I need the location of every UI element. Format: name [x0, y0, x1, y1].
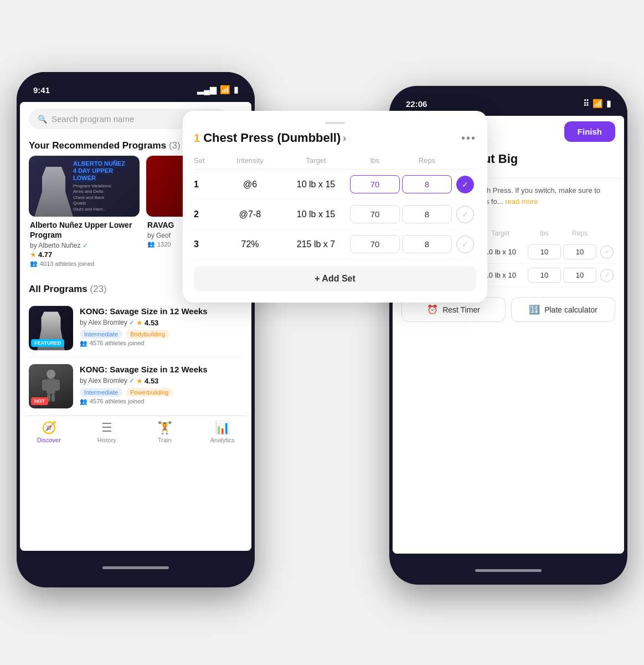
exercise-title-left: 1 Chest Press (Dumbbell) › — [194, 131, 346, 145]
home-indicator-right — [475, 569, 542, 572]
set-check-2[interactable]: ✓ — [456, 206, 474, 223]
prog-tags-2: Intermediate Powerbuilding — [80, 388, 243, 397]
program-list-item-2[interactable]: HOT KONG: Savage Size in 12 Weeks by Ale… — [29, 357, 243, 416]
drag-handle[interactable] — [325, 122, 345, 124]
tab-analytics[interactable]: 📊 Analytics — [194, 421, 252, 443]
set-reps-input-2[interactable]: 8 — [402, 205, 452, 223]
lower-col-lbs: lbs — [528, 229, 561, 237]
lower-lbs-2[interactable]: 10 — [528, 268, 561, 283]
signal-icon: ▂▄▆ — [197, 85, 217, 95]
hot-badge: HOT — [31, 397, 48, 405]
col-intensity: Intensity — [218, 156, 282, 165]
exercise-arrow-icon: › — [343, 132, 346, 144]
checkmark-icon-1: ✓ — [462, 180, 468, 189]
battery-icon: ▮ — [234, 85, 238, 95]
exercise-title-row: 1 Chest Press (Dumbbell) › ••• — [194, 131, 476, 145]
lower-check-2[interactable]: ✓ — [600, 269, 614, 282]
rec-card-1[interactable]: ALBERTO NUÑEZ4 DAY UPPER LOWER Program V… — [29, 156, 140, 270]
set-row-1: 1 @6 10 lb x 15 70 8 ✓ — [194, 170, 476, 200]
svg-point-0 — [47, 370, 55, 378]
set-lbs-input-3[interactable]: 70 — [350, 235, 400, 253]
prog-author-2: by Alex Bromley ✓ ★ 4.53 — [80, 377, 243, 385]
rec-card-1-rating: ★ 4.77 — [30, 250, 138, 259]
star-icon-prog1: ★ — [136, 319, 143, 327]
svg-rect-2 — [42, 380, 48, 391]
set-check-3[interactable]: ✓ — [456, 236, 474, 253]
finish-button[interactable]: Finish — [564, 121, 615, 142]
set-check-1[interactable]: ✓ — [456, 176, 474, 193]
tab-discover[interactable]: 🧭 Discover — [20, 421, 78, 443]
exercise-num: 1 — [194, 132, 200, 145]
tag-bodybuilding: Bodybuilding — [126, 330, 169, 339]
set-reps-input-3[interactable]: 8 — [402, 235, 452, 253]
star-icon-1: ★ — [30, 250, 37, 259]
rec-card-1-figure — [34, 167, 73, 217]
prog-tags-1: Intermediate Bodybuilding — [80, 330, 243, 339]
tag-powerbuilding: Powerbuilding — [126, 388, 173, 397]
set-reps-input-1[interactable]: 8 — [402, 175, 452, 193]
add-set-button[interactable]: + Add Set — [194, 266, 476, 291]
prog-athletes-2: 👥 4576 athletes joined — [80, 398, 243, 405]
lower-check-icon-1: ✓ — [605, 248, 610, 255]
svg-rect-5 — [51, 394, 55, 402]
prog-info-2: KONG: Savage Size in 12 Weeks by Alex Br… — [80, 364, 243, 408]
lower-reps-2[interactable]: 10 — [563, 268, 596, 283]
col-reps: Reps — [402, 156, 452, 165]
prog-info-1: KONG: Savage Size in 12 Weeks by Alex Br… — [80, 306, 243, 350]
rec-card-1-info: Alberto Nuñez Upper Lower Program by Alb… — [29, 217, 140, 270]
sets-table: Set Intensity Target lbs Reps 1 @6 10 lb… — [194, 154, 476, 259]
svg-rect-1 — [47, 378, 55, 394]
time-right: 22:06 — [406, 99, 427, 109]
svg-rect-3 — [54, 380, 60, 391]
set-target-2: 10 lb x 15 — [284, 209, 348, 219]
tab-history[interactable]: ☰ History — [78, 421, 136, 443]
floating-exercise-card: 1 Chest Press (Dumbbell) › ••• Set Inten… — [183, 111, 487, 303]
lower-check-1[interactable]: ✓ — [600, 245, 614, 259]
time-left: 9:41 — [33, 85, 50, 95]
athletes-icon-2: 👥 — [147, 241, 155, 248]
lower-lbs-1[interactable]: 10 — [528, 244, 561, 259]
lower-check-icon-2: ✓ — [605, 272, 610, 279]
rec-card-1-title: ALBERTO NUÑEZ4 DAY UPPER LOWER — [73, 160, 137, 182]
discover-icon: 🧭 — [42, 421, 56, 435]
all-programs-list: FEATURED KONG: Savage Size in 12 Weeks b… — [20, 299, 251, 416]
search-icon: 🔍 — [38, 115, 47, 124]
set-num-1: 1 — [194, 180, 216, 190]
star-icon-prog2: ★ — [136, 377, 143, 385]
athletes-icon-1: 👥 — [30, 260, 38, 267]
athletes-icon-p1: 👥 — [80, 340, 87, 347]
tab-analytics-label: Analytics — [210, 437, 235, 443]
set-target-1: 10 lb x 15 — [284, 180, 348, 190]
program-list-item-1[interactable]: FEATURED KONG: Savage Size in 12 Weeks b… — [29, 299, 243, 357]
rec-card-1-name: Alberto Nuñez Upper Lower Program — [30, 220, 138, 240]
status-icons-left: ▂▄▆ 📶 ▮ — [197, 85, 238, 95]
plate-calc-button[interactable]: 🔢 Plate calculator — [511, 297, 615, 322]
read-more-link[interactable]: read more — [505, 197, 538, 206]
featured-badge: FEATURED — [31, 339, 64, 347]
set-lbs-input-1[interactable]: 70 — [350, 175, 400, 193]
exercise-name[interactable]: Chest Press (Dumbbell) — [203, 131, 341, 145]
set-lbs-input-2[interactable]: 70 — [350, 205, 400, 223]
tab-bar: 🧭 Discover ☰ History 🏋 Train 📊 Analytics — [20, 416, 251, 446]
plate-calc-label: Plate calculator — [544, 305, 597, 314]
rec-card-1-subtitle: Program Variations:Arms and DeltsChest a… — [73, 183, 137, 212]
lower-reps-1[interactable]: 10 — [563, 244, 596, 259]
prog-athletes-1: 👥 4576 athletes joined — [80, 340, 243, 347]
history-icon: ☰ — [101, 421, 112, 435]
verified-icon-1: ✓ — [83, 242, 88, 249]
prog-name-2: KONG: Savage Size in 12 Weeks — [80, 364, 243, 375]
status-bar-left: 9:41 ▂▄▆ 📶 ▮ — [17, 72, 255, 100]
rec-card-1-bg: ALBERTO NUÑEZ4 DAY UPPER LOWER Program V… — [29, 156, 140, 217]
checkmark-icon-2: ✓ — [462, 210, 468, 219]
tag-intermediate-2: Intermediate — [80, 388, 122, 397]
verified-icon-prog2: ✓ — [129, 377, 135, 385]
phone-bottom-left — [17, 551, 255, 584]
notch-left — [102, 79, 169, 96]
alarm-icon: ⏰ — [427, 304, 438, 315]
verified-icon-prog1: ✓ — [129, 319, 135, 326]
more-options-icon[interactable]: ••• — [461, 132, 476, 145]
tab-discover-label: Discover — [37, 437, 61, 443]
tab-train[interactable]: 🏋 Train — [136, 421, 194, 443]
col-done — [454, 156, 476, 165]
set-intensity-2: @7-8 — [218, 209, 282, 219]
